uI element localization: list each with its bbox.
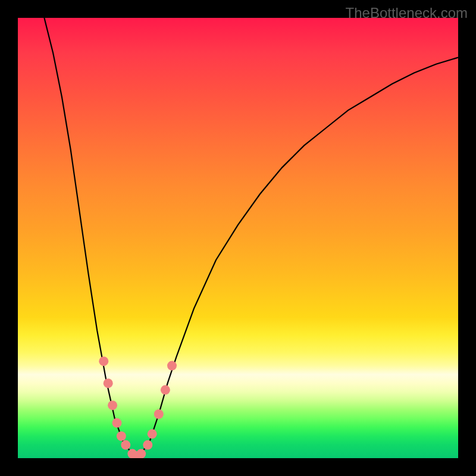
- data-markers: [18, 18, 458, 458]
- data-point-marker: [108, 400, 117, 410]
- data-point-marker: [154, 409, 164, 419]
- data-point-marker: [117, 431, 126, 441]
- data-point-marker: [148, 429, 157, 439]
- data-point-marker: [121, 440, 130, 450]
- data-point-marker: [161, 385, 170, 394]
- data-point-marker: [112, 418, 122, 428]
- data-point-marker: [143, 440, 152, 450]
- watermark-text: TheBottleneck.com: [346, 5, 468, 21]
- data-point-marker: [136, 449, 146, 458]
- data-point-marker: [104, 378, 113, 388]
- data-point-marker: [99, 356, 108, 366]
- data-point-marker: [167, 361, 177, 371]
